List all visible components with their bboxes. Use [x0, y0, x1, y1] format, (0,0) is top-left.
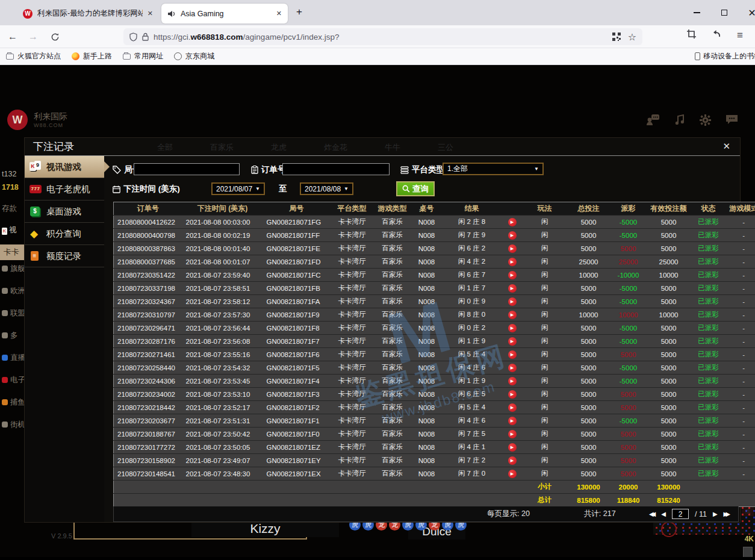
replay-play-icon[interactable]: ▶ [508, 231, 517, 240]
window-minimize-button[interactable] [683, 0, 710, 25]
page-number-input[interactable]: 2 [672, 509, 689, 519]
bookmark-item[interactable]: 常用网址 [123, 51, 163, 61]
left-nav-item[interactable]: 捕鱼 [2, 397, 25, 408]
cell-replay[interactable]: ▶ [502, 322, 523, 335]
nav-item-active[interactable]: 卡卡 [0, 244, 24, 260]
new-tab-button[interactable]: + [296, 6, 302, 18]
customer-service-icon[interactable] [647, 114, 660, 126]
bookmark-item[interactable]: 火狐官方站点 [6, 51, 61, 61]
replay-play-icon[interactable]: ▶ [508, 430, 517, 438]
left-nav-item[interactable]: 多 [2, 331, 18, 341]
back-button[interactable]: ← [5, 29, 20, 45]
deposit-link[interactable]: 存款 [2, 204, 17, 214]
cell-replay[interactable]: ▶ [502, 335, 523, 348]
cell-replay[interactable]: ▶ [502, 401, 523, 414]
first-page-button[interactable]: ◀◀ [649, 511, 653, 517]
cell-replay[interactable]: ▶ [502, 414, 523, 428]
url-text[interactable]: https://gci.w668818.com/agingame/pcv1/in… [154, 33, 607, 42]
query-button[interactable]: 查询 [396, 181, 435, 196]
tab-close-icon[interactable]: ✕ [276, 10, 282, 17]
platform-type-select[interactable]: 1.全部▼ [443, 163, 544, 175]
replay-play-icon[interactable]: ▶ [508, 258, 517, 266]
round-number-input[interactable] [134, 163, 240, 175]
menu-hamburger-icon[interactable]: ≡ [737, 30, 743, 42]
order-number-input[interactable] [282, 163, 390, 175]
replay-play-icon[interactable]: ▶ [508, 244, 517, 253]
replay-play-icon[interactable]: ▶ [508, 350, 517, 359]
dialog-close-button[interactable]: ✕ [722, 141, 730, 152]
cell-replay[interactable]: ▶ [502, 282, 523, 295]
mobile-bookmarks[interactable]: 移动设备上的书签 [695, 51, 755, 61]
browser-tab-2-active[interactable]: Asia Gaming ✕ [161, 4, 288, 23]
bookmark-item[interactable]: 京东商城 [174, 51, 214, 61]
cell-replay[interactable]: ▶ [502, 348, 523, 361]
video-nav-item[interactable]: K视 [2, 225, 17, 235]
replay-play-icon[interactable]: ▶ [508, 403, 517, 412]
cell-replay[interactable]: ▶ [502, 441, 523, 454]
replay-play-icon[interactable]: ▶ [508, 390, 517, 399]
cell-replay[interactable]: ▶ [502, 269, 523, 282]
screenshot-crop-icon[interactable] [687, 30, 696, 42]
bookmark-star-icon[interactable]: ☆ [628, 31, 636, 43]
restore-arrow-icon[interactable] [712, 30, 721, 42]
forward-button[interactable]: → [25, 29, 41, 45]
prev-page-button[interactable]: ◀ [661, 511, 666, 517]
browser-tab-1[interactable]: W 利来国际-最给力的老牌博彩网站 ✕ [17, 4, 159, 23]
cell-replay[interactable]: ▶ [502, 388, 523, 401]
sidebar-item-4[interactable]: 积分查询 [25, 223, 104, 245]
bookmark-item[interactable]: 新手上路 [72, 51, 112, 61]
sidebar-item-1[interactable]: 视讯游戏 [25, 156, 104, 178]
replay-play-icon[interactable]: ▶ [508, 443, 517, 452]
replay-play-icon[interactable]: ▶ [508, 311, 517, 319]
cell-table-no: N008 [411, 428, 443, 441]
left-nav-item[interactable]: 电子 [2, 375, 25, 385]
cell-replay[interactable]: ▶ [502, 467, 523, 481]
settings-gear-icon[interactable] [700, 114, 711, 126]
shield-icon[interactable] [129, 33, 137, 42]
sidebar-item-2[interactable]: 电子老虎机 [25, 178, 104, 201]
window-close-button[interactable]: ✕ [738, 0, 755, 25]
next-page-button[interactable]: ▶ [713, 511, 718, 517]
sidebar-item-5[interactable]: 额度记录 [25, 245, 104, 267]
left-nav-item[interactable]: 旗舰 [2, 264, 25, 274]
replay-play-icon[interactable]: ▶ [508, 417, 517, 425]
tab-close-icon[interactable]: ✕ [148, 10, 153, 17]
replay-play-icon[interactable]: ▶ [508, 456, 517, 465]
cell-replay[interactable]: ▶ [502, 216, 523, 229]
url-bar[interactable]: https://gci.w668818.com/agingame/pcv1/in… [123, 28, 642, 45]
music-icon[interactable] [674, 114, 685, 126]
replay-play-icon[interactable]: ▶ [508, 284, 517, 293]
cell-replay[interactable]: ▶ [502, 308, 523, 322]
replay-play-icon[interactable]: ▶ [508, 364, 517, 372]
cell-replay[interactable]: ▶ [502, 375, 523, 388]
cell-replay[interactable]: ▶ [502, 295, 523, 308]
left-nav-item[interactable]: 直播 [2, 353, 25, 363]
replay-play-icon[interactable]: ▶ [508, 377, 517, 385]
sidebar-item-3[interactable]: 桌面游戏 [25, 201, 104, 223]
date-to-select[interactable]: 2021/08/08▼ [300, 182, 353, 195]
cell-replay[interactable]: ▶ [502, 242, 523, 255]
cell-replay[interactable]: ▶ [502, 255, 523, 269]
left-nav-item[interactable]: 联盟 [2, 308, 25, 319]
cell-replay[interactable]: ▶ [502, 428, 523, 441]
date-from-select[interactable]: 2021/08/07▼ [211, 182, 265, 195]
cell-table-no: N008 [411, 335, 443, 348]
left-nav-item[interactable]: 街机 [2, 420, 25, 430]
nav-item-label: 街机 [10, 420, 25, 429]
last-page-button[interactable]: ▶▶ [724, 511, 728, 517]
qr-scan-icon[interactable] [612, 33, 621, 41]
replay-play-icon[interactable]: ▶ [508, 337, 517, 346]
lock-icon[interactable] [142, 33, 149, 41]
left-nav-item[interactable]: 欧洲 [2, 286, 25, 296]
cell-replay[interactable]: ▶ [502, 361, 523, 375]
replay-play-icon[interactable]: ▶ [508, 324, 517, 332]
replay-play-icon[interactable]: ▶ [508, 297, 517, 306]
replay-play-icon[interactable]: ▶ [508, 218, 517, 226]
cell-replay[interactable]: ▶ [502, 229, 523, 242]
replay-play-icon[interactable]: ▶ [508, 470, 517, 478]
replay-play-icon[interactable]: ▶ [508, 271, 517, 279]
cell-replay[interactable]: ▶ [502, 454, 523, 467]
chat-bubble-icon[interactable] [725, 114, 738, 126]
window-maximize-button[interactable] [710, 0, 738, 25]
reload-button[interactable] [47, 29, 63, 45]
